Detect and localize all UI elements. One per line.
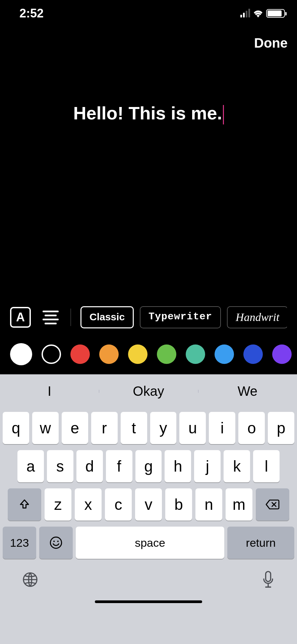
toolbar-separator (70, 309, 71, 326)
key-f[interactable]: f (106, 450, 132, 482)
font-option-classic[interactable]: Classic (80, 306, 134, 328)
key-row-4: 123 space return (3, 527, 294, 559)
key-g[interactable]: g (135, 450, 162, 482)
svg-point-0 (50, 537, 61, 548)
svg-point-2 (57, 541, 59, 542)
key-r[interactable]: r (91, 412, 118, 444)
entered-text: Hello! This is me. (73, 103, 222, 123)
key-n[interactable]: n (195, 488, 222, 521)
emoji-key[interactable] (39, 527, 73, 559)
key-q[interactable]: q (3, 412, 29, 444)
key-t[interactable]: t (121, 412, 147, 444)
key-v[interactable]: v (135, 488, 162, 521)
suggestion-1[interactable]: I (0, 384, 99, 399)
key-m[interactable]: m (226, 488, 252, 521)
key-k[interactable]: k (224, 450, 250, 482)
status-icons (240, 9, 285, 18)
status-time: 2:52 (19, 6, 44, 20)
key-y[interactable]: y (150, 412, 177, 444)
key-b[interactable]: b (165, 488, 192, 521)
keyboard: I Okay We qwertyuiop asdfghjkl zxcvbnm 1… (0, 374, 297, 644)
backspace-key[interactable] (256, 488, 289, 521)
text-toolbar: A Classic Typewriter Handwrit (0, 301, 297, 334)
home-indicator[interactable] (0, 595, 297, 608)
font-picker[interactable]: Classic Typewriter Handwrit (80, 306, 287, 328)
key-w[interactable]: w (32, 412, 59, 444)
shift-key[interactable] (8, 488, 41, 521)
numbers-key[interactable]: 123 (3, 527, 36, 559)
battery-icon (266, 9, 285, 18)
suggestion-2[interactable]: Okay (99, 384, 198, 399)
key-x[interactable]: x (75, 488, 102, 521)
done-button[interactable]: Done (254, 36, 288, 51)
key-z[interactable]: z (45, 488, 71, 521)
key-p[interactable]: p (268, 412, 294, 444)
key-d[interactable]: d (76, 450, 103, 482)
color-swatch-8[interactable] (243, 344, 263, 364)
text-style-button[interactable]: A (10, 307, 31, 328)
key-u[interactable]: u (179, 412, 206, 444)
text-align-button[interactable] (40, 307, 61, 328)
color-swatch-1[interactable] (42, 344, 61, 364)
key-c[interactable]: c (105, 488, 132, 521)
color-swatch-0[interactable] (10, 343, 32, 365)
microphone-icon[interactable] (261, 571, 275, 590)
color-swatch-5[interactable] (157, 344, 176, 364)
status-bar: 2:52 (0, 0, 297, 27)
key-row-2: asdfghjkl (3, 450, 294, 482)
wifi-icon (253, 9, 263, 17)
svg-rect-4 (266, 572, 271, 582)
svg-point-1 (53, 541, 55, 542)
key-j[interactable]: j (194, 450, 221, 482)
suggestion-3[interactable]: We (198, 384, 297, 399)
color-swatch-9[interactable] (272, 344, 292, 364)
key-rows: qwertyuiop asdfghjkl zxcvbnm 123 space r… (0, 408, 297, 562)
cellular-signal-icon (240, 9, 250, 17)
color-palette[interactable] (0, 334, 297, 374)
key-a[interactable]: a (17, 450, 44, 482)
space-key[interactable]: space (76, 527, 224, 559)
key-h[interactable]: h (165, 450, 191, 482)
color-swatch-6[interactable] (186, 344, 205, 364)
color-swatch-2[interactable] (70, 344, 90, 364)
color-swatch-4[interactable] (128, 344, 147, 364)
keyboard-bottom-row (0, 562, 297, 595)
header: Done (0, 27, 297, 59)
return-key[interactable]: return (227, 527, 294, 559)
color-swatch-3[interactable] (99, 344, 119, 364)
key-row-1: qwertyuiop (3, 412, 294, 444)
key-o[interactable]: o (238, 412, 265, 444)
key-row-3: zxcvbnm (3, 488, 294, 521)
key-e[interactable]: e (62, 412, 88, 444)
color-swatch-7[interactable] (215, 344, 234, 364)
key-i[interactable]: i (209, 412, 235, 444)
text-cursor (223, 105, 224, 124)
font-option-typewriter[interactable]: Typewriter (140, 306, 221, 328)
suggestion-bar: I Okay We (0, 374, 297, 408)
text-canvas[interactable]: Hello! This is me. (0, 59, 297, 301)
key-l[interactable]: l (253, 450, 280, 482)
text-entry[interactable]: Hello! This is me. (73, 103, 224, 124)
globe-icon[interactable] (22, 572, 38, 589)
font-option-handwriting[interactable]: Handwrit (227, 306, 287, 328)
key-s[interactable]: s (47, 450, 73, 482)
